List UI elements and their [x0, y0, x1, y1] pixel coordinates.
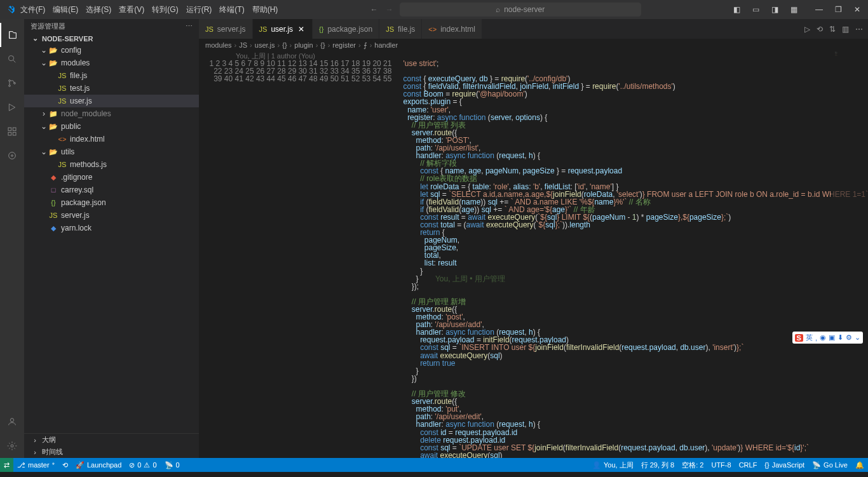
title-bar: 文件(F)编辑(E)选择(S)查看(V)转到(G)运行(R)终端(T)帮助(H)… [0, 0, 868, 19]
indentation[interactable]: 空格: 2 [678, 460, 707, 470]
main-menu: 文件(F)编辑(E)选择(S)查看(V)转到(G)运行(R)终端(T)帮助(H) [17, 2, 281, 18]
account-icon[interactable] [0, 410, 24, 434]
eol[interactable]: CRLF [735, 461, 761, 469]
nav-back-icon[interactable]: ← [370, 5, 378, 14]
folder-item[interactable]: ›📁node_modules [24, 107, 199, 120]
split-icon[interactable]: ▥ [842, 25, 849, 34]
breadcrumb-segment[interactable]: modules [205, 41, 232, 49]
gitlens-icon[interactable] [0, 144, 24, 168]
command-center[interactable]: ⌕ node-server [400, 3, 641, 17]
diff-icon[interactable]: ⇅ [829, 25, 836, 34]
menu-item[interactable]: 转到(G) [148, 2, 182, 18]
menu-item[interactable]: 帮助(H) [248, 2, 282, 18]
run-debug-icon[interactable] [0, 95, 24, 119]
file-item[interactable]: JSfile.js [24, 69, 199, 82]
editor-tabs: JSserver.jsJSuser.js✕{}package.jsonJSfil… [199, 19, 868, 39]
breadcrumb-segment[interactable]: {} [320, 41, 325, 49]
breadcrumb-segment[interactable]: ⨍ [363, 41, 367, 50]
folder-item[interactable]: ⌄📂public [24, 120, 199, 133]
svg-point-2 [9, 85, 11, 87]
app-logo [4, 4, 17, 15]
sidebar-title: 资源管理器 [31, 22, 65, 31]
braces-icon: {} [764, 461, 769, 469]
layout-panel-icon[interactable]: ▭ [749, 3, 763, 17]
outline-panel-toggle[interactable]: ›大纲 [24, 434, 199, 446]
editor-tab[interactable]: JSserver.js [199, 19, 253, 39]
menu-item[interactable]: 选择(S) [82, 2, 115, 18]
editor-tab[interactable]: JSfile.js [379, 19, 422, 39]
ime-toolbar[interactable]: S 英 , ◉ ▣ ⬇ ⚙ ⌄ [792, 332, 863, 344]
sync-button[interactable]: ⟲ [58, 461, 72, 469]
breadcrumb-segment[interactable]: plugin [294, 41, 313, 49]
launchpad[interactable]: 🚀Launchpad [72, 461, 125, 469]
nav-forward-icon[interactable]: → [386, 5, 393, 14]
git-branch[interactable]: ⎇master* [13, 461, 58, 469]
file-item[interactable]: JStest.js [24, 82, 199, 95]
layout-sidebar-left-icon[interactable]: ◧ [729, 3, 743, 17]
svg-rect-5 [13, 128, 16, 131]
compare-icon[interactable]: ⟲ [817, 25, 823, 34]
breadcrumb-segment[interactable]: user.js [255, 41, 275, 49]
run-icon[interactable]: ▷ [804, 25, 810, 34]
breadcrumb-segment[interactable]: {} [282, 41, 287, 49]
window-minimize-icon[interactable]: — [812, 3, 826, 17]
cursor-position[interactable]: 行 29, 列 8 [637, 460, 679, 470]
breadcrumb[interactable]: modules›JS›user.js›{}›plugin›{}›register… [199, 39, 868, 51]
go-live[interactable]: 📡Go Live [808, 461, 851, 469]
breadcrumb-segment[interactable]: handler [374, 41, 398, 49]
file-item[interactable]: JSuser.js [24, 95, 199, 107]
editor-tab[interactable]: JSuser.js✕ [253, 19, 313, 39]
window-restore-icon[interactable]: ❐ [831, 3, 845, 17]
tab-close-icon: ✕ [297, 25, 306, 34]
layout-sidebar-right-icon[interactable]: ◨ [768, 3, 782, 17]
folder-item[interactable]: ⌄📂modules [24, 57, 199, 69]
editor-tab[interactable]: {}package.json [313, 19, 379, 39]
encoding[interactable]: UTF-8 [707, 461, 735, 469]
notifications-icon[interactable]: 🔔 [851, 461, 868, 469]
svg-point-9 [11, 155, 13, 157]
minimap[interactable] [831, 51, 868, 458]
remote-button[interactable]: ⇄ [0, 458, 13, 472]
menu-item[interactable]: 终端(T) [215, 2, 248, 18]
nav-arrows[interactable]: ← → [370, 5, 393, 14]
breadcrumb-segment[interactable]: JS [239, 41, 247, 49]
editor-tab[interactable]: <>index.html [422, 19, 482, 39]
layout-customize-icon[interactable]: ▦ [787, 3, 801, 17]
rocket-icon: 🚀 [76, 461, 85, 469]
svg-point-1 [9, 80, 11, 82]
file-item[interactable]: {}package.json [24, 196, 199, 209]
problems[interactable]: ⊘0⚠0 [125, 461, 160, 469]
file-item[interactable]: <>index.html [24, 133, 199, 145]
timeline-panel-toggle[interactable]: ›时间线 [24, 446, 199, 458]
extensions-icon[interactable] [0, 119, 24, 144]
settings-gear-icon[interactable] [0, 434, 24, 458]
menu-item[interactable]: 文件(F) [17, 2, 49, 18]
svg-point-0 [9, 56, 14, 61]
menu-item[interactable]: 查看(V) [115, 2, 148, 18]
file-item[interactable]: ◆yarn.lock [24, 222, 199, 234]
workspace-root[interactable]: ⌄NODE-SERVER [24, 33, 199, 44]
code-content[interactable]: 'use strict'; const { executeQuery, db }… [403, 60, 868, 458]
svg-point-10 [10, 419, 13, 422]
folder-item[interactable]: ⌄📂utils [24, 145, 199, 158]
folder-item[interactable]: ⌄📂config [24, 44, 199, 57]
language-mode[interactable]: {}JavaScript [761, 461, 808, 469]
blame-author[interactable]: 👤You, 上周 [588, 460, 637, 470]
window-close-icon[interactable]: ✕ [850, 3, 864, 17]
file-item[interactable]: JSmethods.js [24, 158, 199, 171]
menu-item[interactable]: 运行(R) [182, 2, 216, 18]
more-icon[interactable]: ⋯ [855, 25, 863, 34]
explorer-sidebar: 资源管理器 ⋯ ⌄NODE-SERVER ⌄📂config⌄📂modulesJS… [24, 19, 199, 458]
file-item[interactable]: □carrey.sql [24, 184, 199, 196]
ports[interactable]: 📡0 [161, 461, 184, 469]
menu-item[interactable]: 编辑(E) [49, 2, 82, 18]
source-control-icon[interactable] [0, 71, 24, 95]
sidebar-more-icon[interactable]: ⋯ [186, 22, 193, 30]
file-item[interactable]: ◆.gitignore [24, 171, 199, 184]
breadcrumb-segment[interactable]: register [332, 41, 356, 49]
file-item[interactable]: JSserver.js [24, 209, 199, 222]
svg-point-8 [9, 152, 16, 159]
line-gutter: 1 2 3 4 5 6 7 8 9 10 11 12 13 14 15 16 1… [199, 60, 403, 458]
explorer-icon[interactable] [0, 23, 24, 47]
search-icon[interactable] [0, 47, 24, 71]
